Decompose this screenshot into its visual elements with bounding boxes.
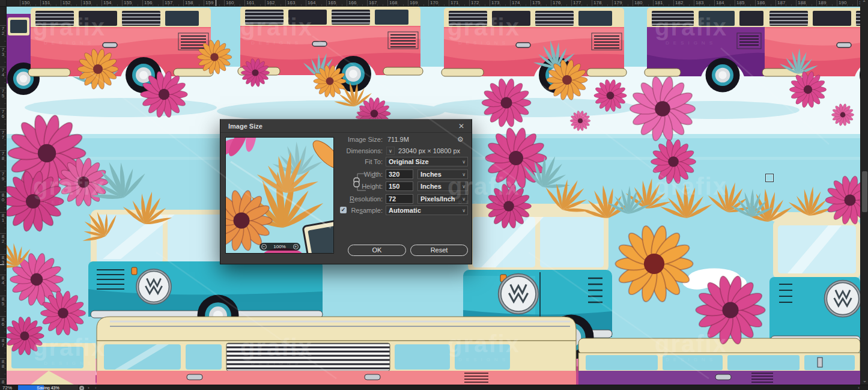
chevron-down-icon: ∨ (462, 183, 466, 191)
scroll-down-button[interactable]: ⌄ (861, 378, 868, 383)
fit-to-value: Original Size (389, 158, 429, 165)
chevron-down-icon: ∨ (462, 207, 466, 215)
dimensions-times: × (427, 147, 431, 154)
image-size-value: 711.9M (387, 136, 409, 143)
horizontal-ruler[interactable]: 1501511521531541551561571581591601611621… (7, 0, 860, 7)
resample-label: Resample: (351, 207, 383, 214)
status-collapse-icon[interactable]: ‹ (95, 385, 97, 390)
height-unit-select[interactable]: Inches ∨ (417, 181, 468, 191)
scroll-up-button[interactable]: ⌃ (860, 0, 868, 7)
zoom-out-icon[interactable]: − (261, 244, 267, 249)
ruler-cursor-marker-h (216, 0, 216, 7)
image-size-dialog: Image Size ✕ − (220, 119, 472, 264)
status-expand-icon[interactable]: › (88, 385, 90, 390)
progress-label: Saving 43% (18, 385, 78, 390)
chevron-down-icon: ∨ (462, 158, 466, 166)
vertical-ruler[interactable]: 727374757677787980818283848586878889 (0, 7, 7, 385)
dimensions-width: 23040 px (398, 147, 425, 154)
dimensions-height: 10800 px (433, 147, 460, 154)
ok-button[interactable]: OK (348, 245, 406, 256)
brush-cursor (765, 174, 774, 182)
resample-checkbox[interactable]: ✓ (340, 207, 347, 213)
dimensions-chevron-icon[interactable]: ∨ (386, 147, 395, 155)
chevron-down-icon: ∨ (462, 195, 466, 204)
gear-icon[interactable]: ⚙ (457, 135, 464, 144)
fit-to-select[interactable]: Original Size ∨ (386, 157, 468, 166)
preview-zoom-controls: − 100% + (259, 243, 300, 251)
preview-zoom-level: 100% (273, 244, 285, 249)
height-unit-value: Inches (420, 183, 442, 190)
resolution-unit-value: Pixels/Inch (420, 195, 455, 203)
width-input[interactable] (386, 169, 413, 179)
resample-value: Automatic (389, 207, 421, 214)
vertical-scrollbar[interactable]: ⌄ (860, 7, 868, 385)
chevron-down-icon: ∨ (462, 171, 466, 179)
resample-select[interactable]: Automatic ∨ (386, 206, 468, 215)
fit-to-label: Fit To: (365, 158, 383, 165)
dimensions-value: 23040 px × 10800 px (398, 147, 460, 154)
dialog-titlebar[interactable]: Image Size ✕ (220, 120, 472, 133)
width-unit-select[interactable]: Inches ∨ (417, 169, 468, 179)
hscroll-right-icon[interactable]: › (858, 385, 860, 390)
resolution-label: Resolution: (350, 195, 383, 203)
resolution-input[interactable] (386, 194, 413, 204)
zoom-level-field[interactable]: 72% (2, 385, 12, 390)
zoom-in-icon[interactable]: + (293, 244, 299, 249)
resolution-unit-select[interactable]: Pixels/Inch ∨ (417, 194, 468, 204)
image-size-label: Image Size: (348, 136, 383, 143)
width-unit-value: Inches (420, 171, 442, 178)
close-icon[interactable]: ✕ (457, 121, 466, 131)
preview-artwork (226, 138, 334, 254)
teal-bus-far-right (769, 212, 860, 343)
reset-button[interactable]: Reset (410, 245, 468, 256)
check-icon: ✓ (341, 207, 346, 213)
dimensions-label: Dimensions: (346, 147, 383, 154)
height-input[interactable] (386, 181, 413, 191)
photoshop-window: 1501511521531541551561571581591601611621… (0, 0, 868, 390)
constrain-link-icon[interactable] (351, 171, 369, 193)
status-bar: 72% Saving 43% ✕ › ‹ › (0, 385, 868, 390)
dialog-title: Image Size (228, 120, 263, 133)
size-preview[interactable]: − 100% + (225, 137, 334, 254)
save-progress-bar: Saving 43% (18, 385, 78, 390)
vertical-scrollbar-thumb[interactable] (862, 171, 867, 212)
ruler-corner-box (0, 0, 7, 7)
cancel-save-icon[interactable]: ✕ (79, 386, 84, 390)
